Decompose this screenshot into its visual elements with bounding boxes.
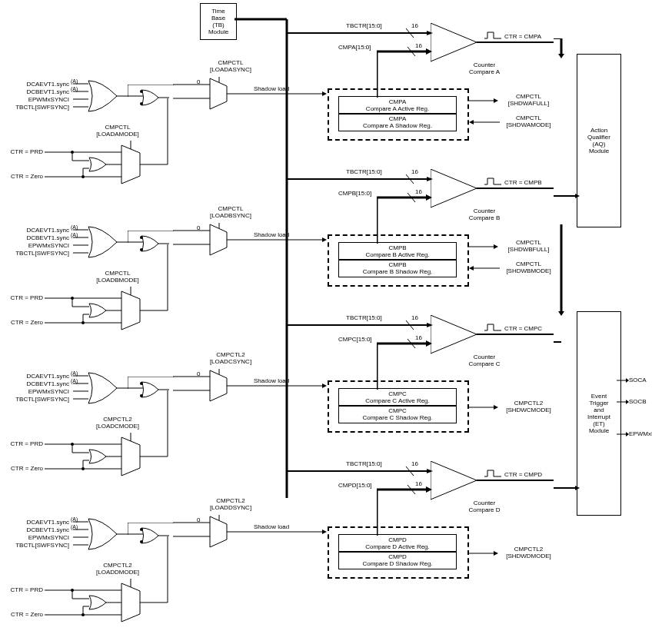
status-arrow1 bbox=[467, 550, 500, 556]
shadow-load-label: Shadow load bbox=[254, 85, 289, 92]
soca-label: SOCA bbox=[629, 377, 647, 383]
tbctr-line bbox=[287, 466, 433, 476]
shadow-reg: CMPBCompare B Shadow Reg. bbox=[338, 259, 457, 277]
et-l6: Module bbox=[589, 427, 609, 434]
active-reg: CMPACompare A Active Reg. bbox=[338, 96, 457, 115]
tb-l2: Base bbox=[211, 15, 225, 22]
width-16: 16 bbox=[411, 22, 418, 29]
epwmint-label: EPWMxINT bbox=[629, 430, 652, 437]
status1: CMPCTL2[SHDWDMODE] bbox=[500, 546, 557, 559]
svg-marker-112 bbox=[322, 383, 327, 388]
left-signal: DCBEVT1.sync bbox=[14, 380, 69, 387]
counter-compare-label: CounterCompare A bbox=[454, 61, 515, 75]
svg-marker-30 bbox=[322, 91, 327, 96]
width-16: 16 bbox=[411, 460, 418, 467]
left-signal: DCAEVT1.sync bbox=[14, 519, 69, 526]
cmp-label: CMPC[15:0] bbox=[338, 336, 372, 343]
sync-label: CMPCTL2[LOADDSYNC] bbox=[204, 497, 258, 511]
tbctr-line bbox=[287, 174, 433, 184]
active-reg: CMPDCompare D Active Reg. bbox=[338, 534, 457, 553]
sync-label: CMPCTL[LOADBSYNC] bbox=[204, 205, 258, 219]
svg-marker-131 bbox=[427, 323, 433, 327]
mode-mux bbox=[45, 141, 183, 187]
active-reg: CMPCCompare C Active Reg. bbox=[338, 388, 457, 407]
tbctr-label: TBCTR[15:0] bbox=[346, 460, 382, 467]
mode-mux bbox=[45, 433, 183, 479]
zero-label: 0 bbox=[197, 224, 200, 231]
zero-label: 0 bbox=[197, 370, 200, 377]
status-arrow2 bbox=[467, 119, 500, 125]
width-16: 16 bbox=[411, 168, 418, 175]
status1: CMPCTL[SHDWBFULL] bbox=[500, 239, 557, 253]
et-l2: Trigger bbox=[589, 400, 608, 407]
et-l3: and bbox=[594, 407, 604, 413]
svg-marker-97 bbox=[494, 244, 498, 249]
svg-marker-9 bbox=[558, 54, 564, 58]
ctr-equals: CTR = CMPC bbox=[504, 325, 542, 332]
active-reg: CMPBCompare B Active Reg. bbox=[338, 242, 457, 261]
left-signal: DCAEVT1.sync bbox=[14, 81, 69, 88]
socb-label: SOCB bbox=[629, 398, 647, 405]
sync-mux bbox=[173, 77, 327, 114]
counter-compare-label: CounterCompare B bbox=[454, 207, 515, 221]
status-arrow2 bbox=[467, 265, 500, 271]
shadow-reg: CMPCCompare C Shadow Reg. bbox=[338, 405, 457, 423]
svg-marker-58 bbox=[469, 120, 474, 124]
mode-mux bbox=[45, 579, 183, 625]
svg-marker-14 bbox=[575, 194, 580, 198]
aq-l4: Module bbox=[589, 148, 609, 154]
left-signal: DCBEVT1.sync bbox=[14, 88, 69, 95]
svg-marker-177 bbox=[494, 551, 498, 556]
svg-marker-53 bbox=[426, 48, 432, 55]
sync-mux bbox=[173, 223, 327, 260]
left-signal: DCBEVT1.sync bbox=[14, 526, 69, 533]
left-signal: TBCTL[SWFSYNC] bbox=[14, 104, 69, 111]
tb-l3: (TB) bbox=[212, 22, 225, 28]
or-gate-top bbox=[86, 79, 128, 113]
zero-label: 0 bbox=[197, 516, 200, 523]
ctr-zero: CTR = Zero bbox=[3, 465, 43, 472]
ctr-equals: CTR = CMPD bbox=[504, 471, 542, 478]
mode-to-sync-line bbox=[167, 390, 175, 433]
tb-l1: Time bbox=[211, 8, 225, 15]
et-l1: Event bbox=[591, 393, 607, 400]
aq-l2: Qualifier bbox=[587, 134, 610, 141]
right-connectors bbox=[554, 38, 584, 576]
status2: CMPCTL[SHDWAMODE] bbox=[500, 115, 557, 128]
svg-marker-94 bbox=[426, 194, 432, 201]
tbctr-label: TBCTR[15:0] bbox=[346, 22, 382, 29]
status1: CMPCTL[SHDWAFULL] bbox=[500, 93, 557, 107]
tbctr-label: TBCTR[15:0] bbox=[346, 314, 382, 321]
sync-mux bbox=[173, 369, 327, 406]
left-signal: TBCTL[SWFSYNC] bbox=[14, 542, 69, 549]
comparator-triangle bbox=[431, 23, 557, 65]
svg-marker-56 bbox=[494, 98, 498, 103]
or-gate-top bbox=[86, 517, 128, 551]
mode-to-sync-line bbox=[167, 98, 175, 141]
width-16b: 16 bbox=[415, 480, 422, 487]
time-base-module: Time Base (TB) Module bbox=[200, 3, 237, 40]
left-signal: DCBEVT1.sync bbox=[14, 234, 69, 241]
left-signal: DCAEVT1.sync bbox=[14, 227, 69, 234]
shadow-reg: CMPDCompare D Shadow Reg. bbox=[338, 551, 457, 569]
comparator-triangle bbox=[431, 461, 557, 503]
left-signal: EPWMxSYNCI bbox=[14, 534, 69, 541]
svg-marker-11 bbox=[558, 311, 564, 316]
width-16b: 16 bbox=[415, 334, 422, 341]
left-signal: EPWMxSYNCI bbox=[14, 96, 69, 103]
svg-marker-138 bbox=[494, 405, 498, 410]
mode-label: CMPCTL2[LOADDMODE] bbox=[91, 562, 145, 576]
counter-compare-label: CounterCompare D bbox=[454, 500, 515, 513]
svg-marker-99 bbox=[469, 266, 474, 271]
status-arrow1 bbox=[467, 244, 500, 250]
ctr-prd: CTR = PRD bbox=[3, 586, 43, 593]
svg-marker-174 bbox=[426, 486, 432, 493]
svg-marker-90 bbox=[427, 177, 433, 181]
svg-marker-5 bbox=[626, 432, 629, 437]
aq-l3: (AQ) bbox=[593, 141, 606, 148]
zero-label: 0 bbox=[197, 78, 200, 85]
svg-marker-71 bbox=[322, 237, 327, 242]
mode-to-sync-line bbox=[167, 244, 175, 287]
svg-marker-135 bbox=[426, 340, 432, 347]
mode-to-sync-line bbox=[167, 536, 175, 579]
